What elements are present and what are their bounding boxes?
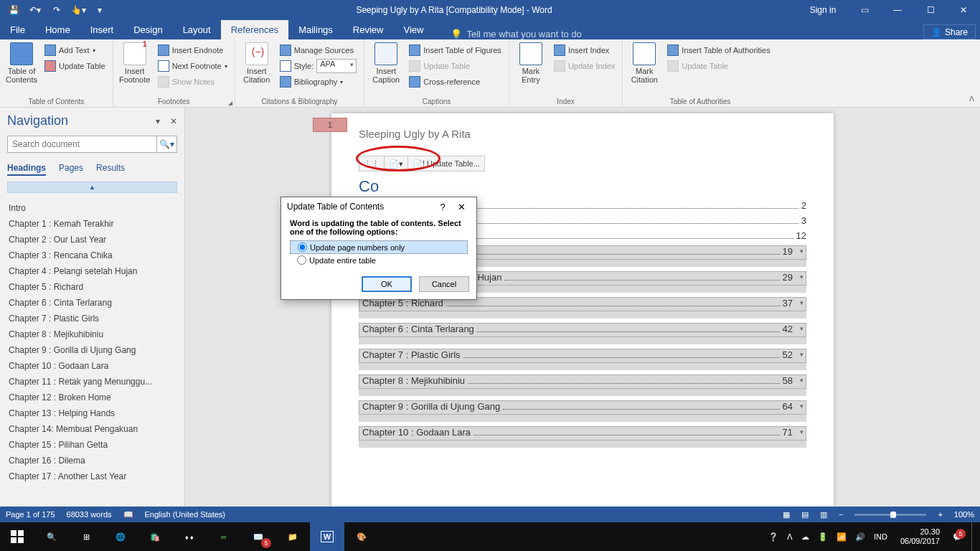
insert-footnote-button[interactable]: 1 Insert Footnote	[118, 41, 152, 84]
share-button[interactable]: 👤 Share	[923, 24, 976, 39]
tab-file[interactable]: File	[0, 20, 35, 39]
ok-button[interactable]: OK	[362, 276, 412, 292]
table-of-contents-button[interactable]: Table of Contents	[4, 41, 39, 84]
signin-button[interactable]: Sign in	[798, 0, 848, 20]
tab-insert[interactable]: Insert	[80, 20, 124, 39]
cancel-button[interactable]: Cancel	[419, 276, 469, 292]
tab-home[interactable]: Home	[35, 20, 80, 39]
nav-tab-pages[interactable]: Pages	[59, 163, 83, 176]
fn-dialog-launcher[interactable]: ◢	[228, 100, 232, 106]
show-desktop-button[interactable]	[971, 522, 976, 551]
manage-sources-button[interactable]: Manage Sources	[277, 42, 360, 58]
nav-tab-headings[interactable]: Headings	[7, 163, 46, 176]
volume-tray-icon[interactable]: 🔊	[855, 532, 865, 542]
toc-row[interactable]: Chapter 10 : Godaan Lara71	[359, 426, 806, 441]
file-explorer-icon[interactable]: 📁	[275, 522, 310, 551]
radio-page-numbers-only[interactable]: Update page numbers only	[290, 240, 468, 254]
cross-reference-button[interactable]: Cross-reference	[406, 74, 504, 90]
update-tof-button[interactable]: Update Table	[406, 58, 504, 74]
battery-tray-icon[interactable]: 🔋	[818, 532, 828, 542]
insert-tof-button[interactable]: Insert Table of Figures	[406, 42, 504, 58]
insert-index-button[interactable]: Insert Index	[551, 42, 618, 58]
view-web-icon[interactable]: ▥	[820, 510, 827, 519]
start-button[interactable]	[0, 522, 34, 551]
toc-handle-icon[interactable]: ⋮⋮	[359, 156, 385, 171]
nav-item[interactable]: Chapter 14: Membuat Pengakuan	[7, 421, 177, 437]
update-index-button[interactable]: Update Index	[551, 58, 618, 74]
nav-item[interactable]: Chapter 5 : Richard	[7, 279, 177, 295]
nav-item[interactable]: Chapter 1 : Kemah Terakhir	[7, 216, 177, 232]
bibliography-button[interactable]: Bibliography▾	[277, 74, 360, 90]
mail-icon[interactable]: ✉️5	[241, 522, 275, 551]
status-page[interactable]: Page 1 of 175	[6, 510, 55, 519]
status-proofing-icon[interactable]: 📖	[123, 510, 133, 519]
minimize-button[interactable]: —	[881, 0, 914, 20]
onedrive-tray-icon[interactable]: ☁	[801, 532, 809, 542]
nav-item[interactable]: Chapter 13 : Helping Hands	[7, 405, 177, 421]
nav-item[interactable]: Chapter 11 : Retak yang Menunggu...	[7, 374, 177, 390]
view-print-icon[interactable]: ▤	[801, 510, 809, 519]
toc-row[interactable]: Chapter 8 : Mejikuhibiniu58	[359, 375, 806, 389]
search-input[interactable]	[8, 136, 156, 152]
tab-design[interactable]: Design	[123, 20, 172, 39]
tab-view[interactable]: View	[393, 20, 433, 39]
nav-item[interactable]: Chapter 3 : Rencana Chika	[7, 248, 177, 263]
tell-me-box[interactable]: 💡 Tell me what you want to do	[433, 29, 923, 39]
document-page[interactable]: 1 Sleeping Ugly by A Rita ⋮⋮ 📄▾ 📄! Updat…	[331, 113, 834, 507]
tab-layout[interactable]: Layout	[173, 20, 221, 39]
collapse-ribbon-icon[interactable]: ᐱ	[969, 95, 974, 103]
nav-item[interactable]: Chapter 10 : Godaan Lara	[7, 358, 177, 374]
edge-icon[interactable]: 🌐	[103, 522, 138, 551]
close-button[interactable]: ✕	[947, 0, 980, 20]
nav-dropdown-icon[interactable]: ▾	[156, 116, 160, 126]
radio-opt1-input[interactable]	[298, 242, 307, 252]
wifi-tray-icon[interactable]: 📶	[837, 532, 847, 542]
view-read-icon[interactable]: ▦	[783, 510, 790, 519]
nav-item[interactable]: Chapter 4 : Pelangi setelah Hujan	[7, 263, 177, 279]
app-icon[interactable]: ∞	[207, 522, 241, 551]
qat-redo-icon[interactable]: ↷	[46, 0, 67, 20]
zoom-out-button[interactable]: −	[839, 510, 843, 519]
nav-jump-up[interactable]: ▲	[7, 182, 177, 193]
paint-icon[interactable]: 🎨	[344, 522, 379, 551]
search-icon[interactable]: 🔍▾	[156, 136, 176, 152]
zoom-level[interactable]: 100%	[954, 510, 974, 519]
qat-touch-icon[interactable]: 👆▾	[67, 0, 89, 20]
nav-tab-results[interactable]: Results	[96, 163, 125, 176]
nav-item[interactable]: Intro	[7, 200, 177, 216]
tab-references[interactable]: References	[221, 20, 288, 39]
insert-endnote-button[interactable]: Insert Endnote	[155, 42, 230, 58]
nav-item[interactable]: Chapter 15 : Pilihan Getta	[7, 437, 177, 453]
radio-entire-table[interactable]: Update entire table	[290, 254, 468, 266]
show-notes-button[interactable]: Show Notes	[155, 74, 230, 90]
qat-undo-icon[interactable]: ↶▾	[24, 0, 46, 20]
tray-expand-icon[interactable]: ᐱ	[787, 532, 793, 542]
next-footnote-button[interactable]: Next Footnote▾	[155, 58, 230, 74]
zoom-in-button[interactable]: +	[938, 510, 942, 519]
dialog-help-button[interactable]: ?	[433, 202, 452, 212]
qat-customize-icon[interactable]: ▾	[89, 0, 110, 20]
nav-item[interactable]: Chapter 8 : Mejikuhibiniu	[7, 326, 177, 342]
nav-item[interactable]: Chapter 16 : Dilema	[7, 453, 177, 468]
update-toa-button[interactable]: Update Table	[664, 58, 773, 74]
radio-opt2-input[interactable]	[297, 255, 306, 265]
search-taskbar-icon[interactable]: 🔍	[34, 522, 69, 551]
nav-close-icon[interactable]: ✕	[170, 116, 177, 126]
status-language[interactable]: English (United States)	[145, 510, 226, 519]
update-table-button[interactable]: Update Table	[42, 58, 108, 74]
add-text-button[interactable]: Add Text▾	[42, 42, 108, 58]
citation-style-select[interactable]: Style: APA	[277, 58, 360, 74]
word-taskbar-icon[interactable]: W	[310, 522, 344, 551]
ime-tray-icon[interactable]: IND	[874, 532, 887, 541]
dropbox-icon[interactable]: ⬧⬧	[172, 522, 207, 551]
zoom-slider[interactable]	[854, 514, 926, 516]
search-document-box[interactable]: 🔍▾	[7, 136, 177, 153]
nav-item[interactable]: Chapter 9 : Gorilla di Ujung Gang	[7, 342, 177, 358]
toc-row[interactable]: Chapter 7 : Plastic Girls52	[359, 349, 806, 363]
style-value[interactable]: APA	[316, 59, 357, 73]
task-view-icon[interactable]: ⊞	[69, 522, 103, 551]
toc-row[interactable]: Chapter 9 : Gorilla di Ujung Gang64	[359, 400, 806, 415]
action-center-icon[interactable]: 💬5	[953, 532, 963, 542]
nav-item[interactable]: Chapter 12 : Broken Home	[7, 390, 177, 405]
insert-caption-button[interactable]: Insert Caption	[369, 41, 403, 84]
